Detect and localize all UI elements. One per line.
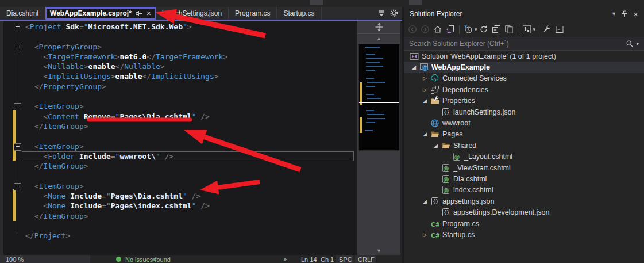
expander-collapsed-icon[interactable]: ▷ (420, 75, 430, 81)
fold-collapse-box[interactable] (14, 44, 21, 51)
expander-expanded-icon[interactable]: ◢ (420, 199, 430, 204)
scope-icon (522, 25, 532, 34)
tree-item-label: _Layout.cshtml (464, 153, 512, 161)
tab-close-icon[interactable]: × (146, 9, 151, 17)
visual-studio-window: Dia.cshtmlWebAppExample.csproj*×launchSe… (0, 0, 644, 263)
tab-pin-icon[interactable] (136, 10, 143, 17)
expander-collapsed-icon[interactable]: ▷ (420, 232, 430, 238)
expander-expanded-icon[interactable]: ◢ (420, 98, 430, 104)
tree-item-label: appsettings.json (442, 197, 494, 205)
minimap-code-line (366, 54, 375, 55)
toolbar-separator (459, 25, 460, 34)
split-editor-icon (375, 22, 384, 32)
forward-button[interactable] (419, 24, 431, 35)
tab-startup-cs[interactable]: Startup.cs (277, 7, 321, 20)
connected-services-icon (430, 74, 439, 83)
dependencies-icon (430, 85, 439, 94)
hscroll-left-arrow[interactable]: ◀ (152, 257, 155, 262)
minimap[interactable] (358, 44, 400, 151)
window-list-icon[interactable] (377, 9, 386, 18)
tree-item-webappexample[interactable]: ◢WebAppExample (404, 62, 644, 73)
tab-webappexample-csproj-[interactable]: WebAppExample.csproj*× (45, 7, 156, 20)
expander-expanded-icon[interactable]: ◢ (431, 143, 441, 148)
folder-icon (430, 129, 439, 139)
code-line: </Project> (0, 231, 357, 241)
editor-split-handle[interactable] (357, 21, 400, 34)
tree-item-solution-webappexample-1-of-1-project-[interactable]: Solution 'WebAppExample' (1 of 1 project… (404, 51, 644, 62)
tree-item-properties[interactable]: ◢Properties (404, 96, 644, 106)
tree-item-label: Properties (442, 97, 475, 105)
scope-button[interactable] (520, 24, 533, 35)
top-strip-fragment (310, 0, 323, 5)
wrench-button[interactable] (541, 24, 553, 35)
properties-window-icon (555, 25, 564, 34)
tree-item-index-cshtml[interactable]: @index.cshtml (404, 185, 644, 196)
eol-indicator[interactable]: CRLF (358, 256, 375, 263)
expander-expanded-icon[interactable]: ◢ (409, 64, 419, 70)
hscroll-right-arrow[interactable]: ▶ (284, 257, 287, 262)
tree-item-appsettings-json[interactable]: ◢{}appsettings.json (404, 196, 644, 207)
tab-launchsettings-json[interactable]: launchSettings.json (156, 7, 229, 20)
solution-explorer-toolbar: ▾▾ (404, 22, 644, 37)
code-line (0, 32, 357, 41)
minimap-code-line (365, 47, 380, 48)
collapse-all-button[interactable] (490, 24, 503, 35)
code-line: </PropertyGroup> (0, 82, 357, 92)
solution-search-box[interactable]: Search Solution Explorer (Ctrl+`) ▾ (404, 37, 644, 51)
solution-explorer-title: Solution Explorer (410, 10, 462, 18)
tree-item-label: Shared (453, 142, 476, 150)
dropdown-caret-icon[interactable]: ▾ (533, 26, 536, 32)
spaces-indicator[interactable]: SPC (339, 256, 352, 263)
tree-item-dia-cshtml[interactable]: @Dia.cshtml (404, 173, 644, 184)
fold-collapse-box[interactable] (14, 183, 21, 190)
tree-item-pages[interactable]: ◢Pages (404, 129, 644, 140)
minimap-code-line (367, 82, 385, 83)
tab-dia-cshtml[interactable]: Dia.cshtml (0, 7, 45, 20)
tree-item-launchsettings-json[interactable]: {}launchSettings.json (404, 106, 644, 117)
tree-item-connected-services[interactable]: ▷Connected Services (404, 73, 644, 84)
settings-gear-icon[interactable] (390, 9, 399, 18)
zoom-level-dropdown[interactable]: 100 % (0, 255, 90, 263)
expander-expanded-icon[interactable]: ◢ (420, 131, 430, 137)
close-panel-icon[interactable]: × (633, 9, 638, 19)
solution-explorer-titlebar[interactable]: Solution Explorer ▼ × (404, 6, 644, 22)
fold-collapse-box[interactable] (14, 24, 21, 31)
tree-item-program-cs[interactable]: C#Program.cs (404, 218, 644, 229)
tree-item-label: Startup.cs (442, 231, 475, 239)
tree-item-shared[interactable]: ◢Shared (404, 140, 644, 151)
tree-item-label: Dia.cshtml (453, 175, 487, 183)
pending-filter-button[interactable] (462, 24, 475, 35)
sync-active-document-button[interactable] (444, 24, 457, 35)
search-icon[interactable] (626, 40, 634, 48)
code-editor-surface[interactable]: <Project Sdk="Microsoft.NET.Sdk.Web"> <P… (0, 21, 357, 255)
panel-menu-caret-icon[interactable]: ▼ (611, 11, 616, 17)
search-options-caret-icon[interactable]: ▾ (636, 41, 639, 47)
razor-icon: @ (441, 185, 450, 195)
expander-collapsed-icon[interactable]: ▷ (420, 87, 430, 93)
fold-collapse-box[interactable] (14, 103, 21, 110)
tree-item--viewstart-cshtml[interactable]: @_ViewStart.cshtml (404, 162, 644, 173)
properties-window-button[interactable] (553, 24, 566, 35)
tree-item-startup-cs[interactable]: ▷C#Startup.cs (404, 229, 644, 240)
scroll-down-arrow[interactable]: ▼ (357, 248, 400, 254)
show-all-files-button[interactable] (503, 24, 515, 35)
tree-item-appsettings-development-json[interactable]: {}appsettings.Development.json (404, 207, 644, 218)
pin-icon[interactable] (621, 10, 628, 18)
tree-item--layout-cshtml[interactable]: @_Layout.cshtml (404, 151, 644, 162)
line-number-indicator[interactable]: Ln 14 (301, 256, 317, 263)
tree-item-label: index.cshtml (453, 186, 493, 194)
home-button[interactable] (431, 24, 444, 35)
code-line: </ItemGroup> (0, 161, 357, 171)
scrollbar-minimap-column[interactable]: ▲ ▼ (357, 21, 400, 255)
refresh-button[interactable] (477, 24, 490, 35)
code-line: </ItemGroup> (0, 121, 357, 131)
scroll-up-arrow[interactable]: ▲ (357, 36, 400, 41)
tree-item-wwwroot[interactable]: wwwroot (404, 117, 644, 128)
column-indicator[interactable]: Ch 1 (321, 256, 334, 263)
tree-item-label: _ViewStart.cshtml (453, 164, 511, 172)
toolbar-separator (538, 25, 538, 34)
tree-item-dependencies[interactable]: ▷Dependencies (404, 84, 644, 95)
fold-collapse-box[interactable] (14, 143, 21, 151)
tab-program-cs[interactable]: Program.cs (229, 7, 277, 20)
back-button[interactable] (406, 24, 419, 35)
